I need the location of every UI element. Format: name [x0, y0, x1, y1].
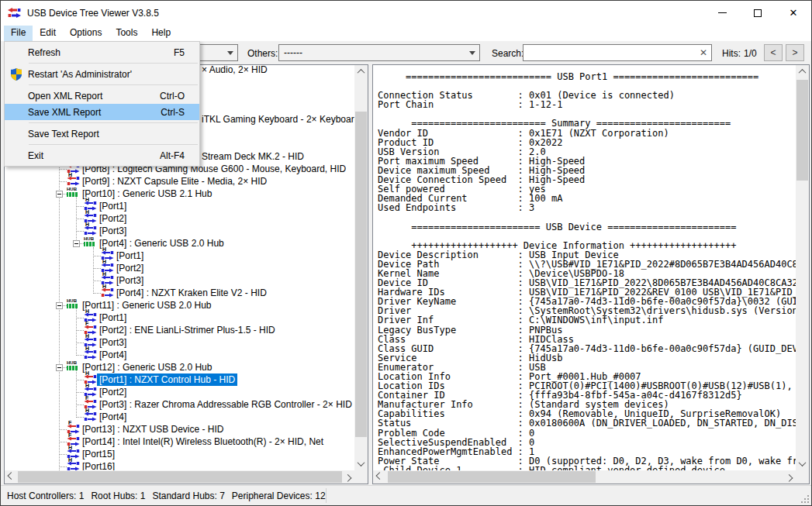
- hub-icon: HUB: [67, 361, 79, 372]
- collapse-icon[interactable]: [56, 191, 63, 198]
- tree-connector: [93, 256, 101, 256]
- menu-help[interactable]: Help: [144, 26, 178, 41]
- hub-icon: HUB: [67, 299, 79, 310]
- scroll-up-icon[interactable]: [796, 65, 809, 78]
- close-button[interactable]: ✕: [776, 1, 811, 25]
- tree-item-label: [Port2] : ENE LianLi-Strimer Plus-1.5 - …: [97, 324, 278, 336]
- others-combobox[interactable]: ------: [278, 44, 480, 61]
- tree-vertical-scrollbar[interactable]: [354, 65, 368, 470]
- report-hscroll-thumb[interactable]: [388, 471, 596, 483]
- tree-connector: [59, 181, 67, 182]
- minimize-button[interactable]: [704, 1, 740, 25]
- tree-item-label: iTKL Gaming Keyboard - 2× Keyboard, 2×: [202, 114, 354, 125]
- menu-item-save-text-report[interactable]: Save Text Report: [5, 126, 199, 142]
- report-horizontal-scrollbar[interactable]: [373, 470, 796, 484]
- menu-item-refresh[interactable]: RefreshF5: [5, 44, 199, 60]
- menu-item-label: Refresh: [28, 47, 174, 58]
- tree-item-label: [Port1]: [97, 312, 129, 324]
- tree-horizontal-scrollbar[interactable]: [5, 470, 354, 484]
- menu-item-shortcut: Ctrl-S: [161, 107, 199, 118]
- report-vscroll-thumb[interactable]: [796, 80, 808, 181]
- status-peripheral-devices: Peripheral Devices: 12: [232, 491, 326, 501]
- app-icon: [8, 8, 21, 19]
- speed-letter: H: [85, 370, 89, 376]
- title-bar: USB Device Tree Viewer V3.8.5 ✕: [1, 1, 811, 26]
- tree-item-partial[interactable]: × Audio, 2× HID: [202, 65, 268, 76]
- search-box: ✕: [523, 44, 712, 61]
- menu-edit[interactable]: Edit: [33, 26, 63, 41]
- scroll-up-icon[interactable]: [354, 65, 368, 78]
- others-combobox-value: ------: [279, 47, 465, 58]
- tree-item-label: [Port9] : NZXT Capsule Elite - Media, 2×…: [80, 175, 269, 188]
- scroll-right-icon[interactable]: [341, 470, 354, 484]
- menu-options[interactable]: Options: [63, 26, 109, 41]
- tree-connector: [93, 293, 101, 294]
- clear-search-icon[interactable]: ✕: [696, 47, 711, 58]
- report-vertical-scrollbar[interactable]: [796, 65, 809, 470]
- search-input[interactable]: [523, 46, 696, 60]
- tree-item-label: [Port4]: [97, 411, 129, 423]
- maximize-button[interactable]: [740, 1, 776, 25]
- resize-grip[interactable]: [801, 495, 809, 503]
- tree-connector: [76, 404, 84, 405]
- hub-icon: HUB: [67, 188, 79, 198]
- status-host-controllers: Host Controllers: 1: [7, 491, 84, 501]
- tree-item-label: [Port3] : Razer Chroma Addressable RGB C…: [97, 398, 354, 411]
- tree-connector: [76, 342, 84, 343]
- scrollbar-corner: [796, 470, 809, 484]
- file-menu: RefreshF5Restart 'As Administrator'Open …: [4, 41, 200, 167]
- chevron-down-icon: [465, 51, 479, 55]
- tree-connector: [76, 370, 77, 418]
- collapse-icon[interactable]: [56, 302, 63, 309]
- app-window: USB Device Tree Viewer V3.8.5 ✕ FileEdit…: [0, 0, 812, 506]
- scroll-down-icon[interactable]: [354, 457, 368, 470]
- search-label: Search:: [492, 48, 523, 59]
- tree-connector: [59, 466, 67, 467]
- next-hit-button[interactable]: >: [786, 44, 804, 61]
- collapse-icon[interactable]: [56, 364, 63, 371]
- collapse-icon[interactable]: [73, 240, 80, 247]
- scroll-right-icon[interactable]: [783, 470, 796, 484]
- tree-item-partial[interactable]: iTKL Gaming Keyboard - 2× Keyboard, 2×: [202, 113, 354, 126]
- tree-item-label: [Port1] : NZXT Control Hub - HID: [97, 373, 237, 386]
- tree-hscroll-thumb[interactable]: [18, 471, 342, 483]
- scroll-left-icon[interactable]: [373, 470, 386, 484]
- menu-item-restart-as-administrator[interactable]: Restart 'As Administrator': [5, 66, 199, 82]
- scroll-left-icon[interactable]: [5, 470, 18, 484]
- device-report-panel: ========================== USB Port1 ===…: [372, 64, 810, 484]
- menu-item-open-xml-report[interactable]: Open XML ReportCtrl-O: [5, 88, 199, 104]
- status-bar: Host Controllers: 1Root Hubs: 1Standard …: [1, 485, 811, 505]
- status-root-hubs: Root Hubs: 1: [91, 491, 145, 501]
- window-title: USB Device Tree Viewer V3.8.5: [27, 8, 159, 19]
- tree-item-label: [Port2]: [97, 212, 129, 225]
- tree-item-label: [Port1]: [114, 250, 146, 262]
- speed-letter: H: [85, 222, 89, 227]
- menu-item-label: Open XML Report: [28, 91, 160, 102]
- statusbar-divider: [326, 488, 327, 503]
- tree-item-partial[interactable]: Stream Deck MK.2 - HID: [202, 150, 304, 163]
- speed-letter: H: [102, 284, 106, 289]
- tree-connector: [76, 231, 84, 232]
- minimize-icon: [718, 12, 727, 13]
- speed-letter: H: [85, 346, 89, 351]
- speed-letter: H: [68, 445, 72, 450]
- tree-vscroll-thumb[interactable]: [355, 112, 367, 437]
- usb-port-icon: H: [84, 411, 97, 422]
- scroll-down-icon[interactable]: [796, 457, 809, 470]
- menu-separator: [29, 144, 198, 145]
- tree-connector: [59, 442, 67, 442]
- menu-item-exit[interactable]: ExitAlt-F4: [5, 147, 199, 164]
- usb-port-icon: H: [84, 225, 97, 236]
- previous-hit-button[interactable]: <: [764, 44, 783, 61]
- tree-item-label: [Port16]: [80, 460, 117, 470]
- tree-connector: [76, 206, 84, 207]
- tree-item-label: [Port2]: [114, 262, 146, 274]
- menu-tools[interactable]: Tools: [109, 26, 144, 41]
- tree-item-label: [Port1]: [97, 200, 129, 212]
- device-report-text[interactable]: ========================== USB Port1 ===…: [373, 65, 796, 470]
- menu-file[interactable]: File: [4, 26, 33, 41]
- tree-item-label: [Port4]: [97, 349, 129, 361]
- tree-connector: [76, 196, 77, 244]
- menu-item-save-xml-report[interactable]: Save XML ReportCtrl-S: [5, 104, 199, 120]
- tree-item-label: [Port10] : Generic USB 2.1 Hub: [80, 188, 214, 200]
